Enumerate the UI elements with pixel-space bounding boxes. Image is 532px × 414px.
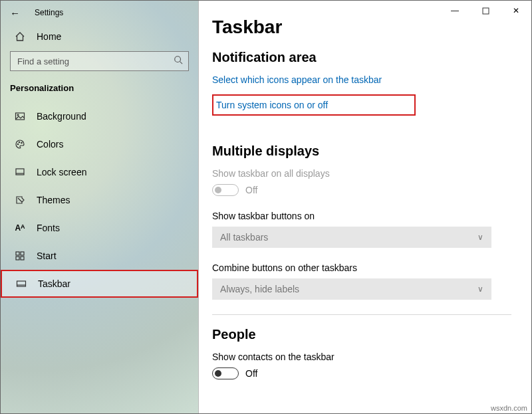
- picture-icon: [14, 111, 26, 122]
- sidebar-item-label: Fonts: [37, 223, 60, 233]
- svg-line-1: [180, 62, 183, 64]
- sidebar-item-label: Colors: [37, 139, 63, 150]
- fonts-icon: AA: [14, 223, 26, 233]
- svg-rect-15: [483, 8, 489, 14]
- svg-rect-11: [16, 257, 19, 260]
- category-label: Personalization: [1, 78, 198, 102]
- svg-rect-10: [21, 252, 24, 255]
- sidebar-item-label: Lock screen: [37, 167, 86, 177]
- taskbar-icon: [15, 278, 27, 289]
- settings-window: ← Settings Home Personalization Backgrou…: [0, 0, 532, 414]
- svg-point-0: [175, 56, 181, 62]
- dropdown-value: All taskbars: [220, 232, 268, 243]
- divider: [212, 314, 511, 315]
- chevron-down-icon: ∨: [477, 233, 483, 242]
- svg-rect-12: [21, 257, 24, 260]
- section-multiple-displays: Multiple displays: [212, 144, 511, 159]
- themes-icon: [14, 195, 26, 205]
- sidebar-item-taskbar[interactable]: Taskbar: [1, 270, 198, 298]
- toggle-switch[interactable]: [212, 367, 239, 379]
- toggle-switch-disabled: [212, 184, 239, 196]
- svg-point-6: [21, 142, 22, 143]
- toggle-contacts[interactable]: Off: [212, 367, 511, 379]
- maximize-button[interactable]: [470, 1, 501, 21]
- palette-icon: [14, 139, 26, 150]
- chevron-down-icon: ∨: [477, 284, 483, 294]
- sidebar-item-label: Background: [37, 111, 86, 122]
- sidebar-item-label: Start: [37, 251, 57, 261]
- back-arrow-icon[interactable]: ←: [10, 7, 20, 19]
- lock-screen-icon: [14, 167, 26, 177]
- svg-point-3: [17, 114, 19, 116]
- sidebar-item-start[interactable]: Start: [1, 242, 198, 270]
- search-input[interactable]: [16, 56, 162, 67]
- search-icon: [174, 55, 183, 67]
- sidebar-item-label: Taskbar: [38, 278, 70, 289]
- sidebar-item-label: Themes: [37, 195, 70, 205]
- section-notification-area: Notification area: [212, 50, 511, 65]
- watermark: wsxdn.com: [491, 404, 527, 412]
- home-label: Home: [37, 31, 61, 42]
- window-controls: — ✕: [440, 1, 531, 21]
- toggle-state: Off: [245, 368, 257, 379]
- main-content: Taskbar Notification area Select which i…: [199, 1, 531, 413]
- sidebar-item-lock-screen[interactable]: Lock screen: [1, 158, 198, 186]
- start-icon: [14, 251, 26, 261]
- dropdown-combine[interactable]: Always, hide labels ∨: [212, 278, 491, 300]
- dropdown-value: Always, hide labels: [220, 284, 299, 294]
- sidebar-item-themes[interactable]: Themes: [1, 186, 198, 214]
- link-system-icons[interactable]: Turn system icons on or off: [212, 94, 416, 116]
- svg-rect-7: [16, 169, 24, 175]
- titlebar: ← Settings: [1, 1, 198, 25]
- section-people: People: [212, 327, 511, 342]
- toggle-show-all-displays: Off: [212, 184, 511, 196]
- link-select-icons[interactable]: Select which icons appear on the taskbar: [212, 74, 511, 85]
- label-combine: Combine buttons on other taskbars: [212, 262, 511, 273]
- svg-point-5: [19, 142, 19, 142]
- svg-rect-13: [17, 281, 26, 286]
- label-buttons-on: Show taskbar buttons on: [212, 211, 511, 221]
- svg-rect-9: [16, 252, 19, 255]
- toggle-state: Off: [245, 185, 257, 195]
- dropdown-buttons-on[interactable]: All taskbars ∨: [212, 227, 491, 248]
- sidebar: ← Settings Home Personalization Backgrou…: [1, 1, 199, 413]
- sidebar-item-fonts[interactable]: AA Fonts: [1, 214, 198, 242]
- label-show-all-displays: Show taskbar on all displays: [212, 168, 511, 179]
- minimize-button[interactable]: —: [440, 1, 470, 21]
- svg-point-4: [17, 144, 18, 144]
- home-nav[interactable]: Home: [1, 25, 198, 47]
- window-title: Settings: [35, 8, 63, 17]
- label-contacts: Show contacts on the taskbar: [212, 352, 511, 362]
- close-button[interactable]: ✕: [501, 1, 531, 21]
- sidebar-item-colors[interactable]: Colors: [1, 130, 198, 158]
- home-icon: [14, 31, 26, 42]
- sidebar-item-background[interactable]: Background: [1, 102, 198, 130]
- search-wrap: [1, 47, 198, 78]
- search-box[interactable]: [10, 51, 189, 71]
